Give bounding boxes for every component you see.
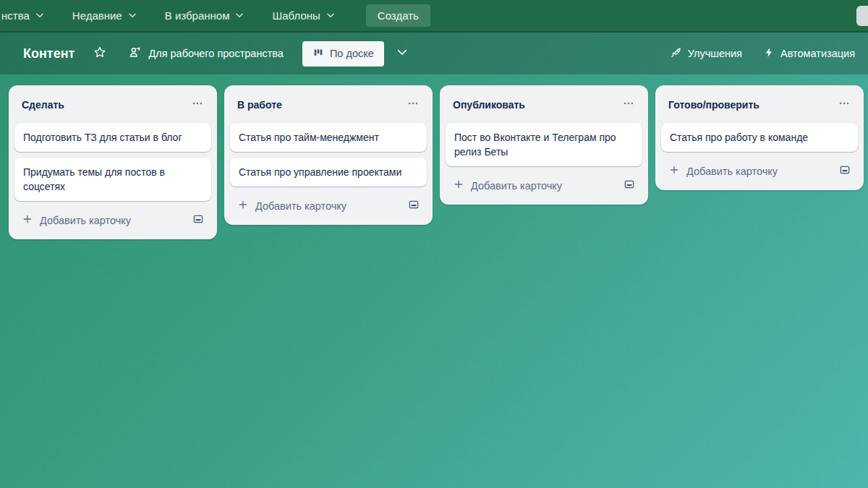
card[interactable]: Статья про тайм-менеджмент xyxy=(230,123,427,152)
plus-icon xyxy=(453,179,464,192)
list-title: Опубликовать xyxy=(453,99,525,111)
add-card-button[interactable]: Добавить карточку xyxy=(664,160,782,181)
card-template-icon xyxy=(839,164,851,179)
card-list: Пост во Вконтакте и Телеграм про релиз Б… xyxy=(446,123,642,166)
ellipsis-icon xyxy=(191,97,204,113)
ellipsis-icon xyxy=(838,97,851,113)
nav-item-starred[interactable]: В избранном xyxy=(165,9,245,22)
card[interactable]: Подготовить ТЗ для статьи в блог xyxy=(14,123,211,152)
card-list: Подготовить ТЗ для статьи в блогПридумат… xyxy=(14,123,211,201)
add-card-label: Добавить карточку xyxy=(471,180,562,192)
automation-label: Автоматизация xyxy=(780,48,855,59)
list-menu-button[interactable] xyxy=(836,95,852,114)
rocket-icon xyxy=(670,46,682,61)
add-card-button[interactable]: Добавить карточку xyxy=(233,195,351,216)
list-title: Готово/проверить xyxy=(668,99,760,111)
list-menu-button[interactable] xyxy=(621,95,637,114)
board-title: Контент xyxy=(23,46,75,61)
add-card-button[interactable]: Добавить карточку xyxy=(17,210,135,231)
nav-item-label: В избранном xyxy=(165,9,230,22)
workspace-visibility-label: Для рабочего пространства xyxy=(148,48,284,59)
board-view-icon xyxy=(312,47,324,61)
board-view-label: По доске xyxy=(330,48,374,59)
plus-icon xyxy=(22,213,33,227)
chevron-down-icon xyxy=(234,10,244,22)
board-canvas: Сделать Подготовить ТЗ для статьи в блог… xyxy=(0,74,868,250)
star-icon xyxy=(93,46,106,61)
card[interactable]: Пост во Вконтакте и Телеграм про релиз Б… xyxy=(446,123,642,166)
create-from-template-button[interactable] xyxy=(190,210,207,231)
lightning-icon xyxy=(764,47,775,60)
workspace-members-icon xyxy=(128,46,142,61)
list-header: Готово/проверить xyxy=(661,91,858,123)
list: Готово/проверить Статья про работу в ком… xyxy=(655,85,864,190)
card-template-icon xyxy=(408,199,420,213)
list-menu-button[interactable] xyxy=(405,95,421,114)
list-menu-button[interactable] xyxy=(190,95,205,114)
board-view-button[interactable]: По доске xyxy=(302,41,384,67)
plus-icon xyxy=(237,199,249,213)
plus-icon xyxy=(668,164,680,178)
add-card-button[interactable]: Добавить карточку xyxy=(448,175,566,196)
automation-button[interactable]: Автоматизация xyxy=(764,47,855,60)
chevron-down-icon xyxy=(396,46,409,61)
card-list: Статья про тайм-менеджментСтатья про упр… xyxy=(230,123,427,187)
list-footer: Добавить карточку xyxy=(230,192,427,219)
nav-item-label: Шаблоны xyxy=(272,9,320,22)
nav-item-recent[interactable]: Недавние xyxy=(72,9,137,22)
list-header: Сделать xyxy=(14,91,211,123)
create-from-template-button[interactable] xyxy=(836,161,854,181)
card-template-icon xyxy=(192,213,204,228)
card-template-icon xyxy=(624,179,635,193)
avatar[interactable] xyxy=(856,6,868,26)
ellipsis-icon xyxy=(622,97,635,113)
top-navigation: нства Недавние В избранном Шаблоны Созда… xyxy=(0,0,868,33)
add-card-label: Добавить карточку xyxy=(40,215,131,226)
nav-item-workspaces[interactable]: нства xyxy=(1,9,45,22)
nav-item-label: Недавние xyxy=(72,9,122,22)
workspace-visibility-button[interactable]: Для рабочего пространства xyxy=(128,46,284,61)
create-from-template-button[interactable] xyxy=(405,196,422,216)
add-card-label: Добавить карточку xyxy=(686,166,778,177)
create-from-template-button[interactable] xyxy=(621,176,638,196)
list-footer: Добавить карточку xyxy=(661,158,858,184)
chevron-down-icon xyxy=(326,10,336,22)
list-header: В работе xyxy=(230,91,427,123)
ellipsis-icon xyxy=(407,97,420,113)
list: Опубликовать Пост во Вконтакте и Телегра… xyxy=(440,85,648,205)
create-button[interactable]: Создать xyxy=(366,4,430,27)
views-dropdown-button[interactable] xyxy=(396,46,409,61)
powerups-label: Улучшения xyxy=(688,48,742,59)
nav-item-templates[interactable]: Шаблоны xyxy=(272,9,335,22)
add-card-label: Добавить карточку xyxy=(255,200,346,212)
list-header: Опубликовать xyxy=(446,91,642,123)
list-footer: Добавить карточку xyxy=(446,172,642,199)
board-header: Контент Для рабочего пространства xyxy=(0,33,868,74)
card-list: Статья про работу в команде xyxy=(661,123,858,152)
card[interactable]: Придумать темы для постов в соцсетях xyxy=(14,158,211,201)
list: Сделать Подготовить ТЗ для статьи в блог… xyxy=(9,85,217,239)
nav-item-label: нства xyxy=(1,9,30,22)
list-footer: Добавить карточку xyxy=(14,207,211,234)
list-title: Сделать xyxy=(22,99,64,111)
chevron-down-icon xyxy=(35,10,45,22)
powerups-button[interactable]: Улучшения xyxy=(670,46,742,61)
star-board-button[interactable] xyxy=(93,46,106,61)
list-title: В работе xyxy=(237,99,282,111)
list: В работе Статья про тайм-менеджментСтать… xyxy=(224,85,433,225)
chevron-down-icon xyxy=(127,10,137,22)
card[interactable]: Статья про работу в команде xyxy=(661,123,858,152)
card[interactable]: Статья про управление проектами xyxy=(230,158,427,187)
